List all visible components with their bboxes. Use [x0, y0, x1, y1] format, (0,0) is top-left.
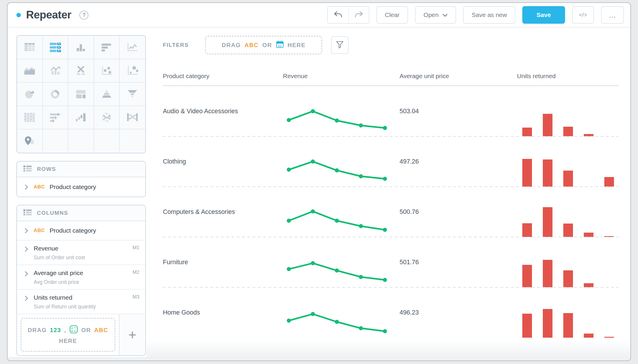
line-sparkline-chart[interactable] [284, 307, 387, 336]
chart-type-table[interactable] [17, 36, 43, 59]
line-sparkline-chart[interactable] [284, 207, 387, 236]
window-bottom-strip [8, 357, 630, 360]
metric-badge: M3 [132, 294, 139, 300]
undo-icon [333, 11, 343, 19]
list-icon [23, 165, 32, 174]
category-cell: Audio & Video Accessories [163, 86, 283, 136]
bar [522, 128, 532, 136]
rows-item-field[interactable]: ABCProduct category [17, 177, 145, 197]
filter-drop-zone[interactable]: DRAG ABC OR 31 HERE [205, 36, 322, 54]
bar [563, 224, 573, 237]
chart-type-waterfall[interactable] [68, 106, 94, 129]
bar [543, 260, 552, 287]
repeater-icon [49, 42, 62, 53]
pyramid-icon [100, 89, 113, 99]
drop-zone-text: DRAG [222, 42, 241, 49]
units-returned-bar-chart[interactable] [522, 204, 614, 237]
category-cell: Clothing [163, 136, 283, 187]
chart-type-horizontal-bar-chart[interactable] [94, 36, 120, 59]
bar [604, 177, 614, 187]
bar [522, 265, 532, 287]
help-icon[interactable]: ? [79, 11, 88, 20]
metric-label: Revenue [34, 245, 85, 252]
revenue-sparkline-cell [283, 187, 400, 237]
chart-type-funnel[interactable] [120, 83, 145, 106]
units-returned-cell [517, 86, 619, 136]
repeater-table: Product categoryRevenueAverage unit pric… [163, 67, 619, 338]
more-button[interactable]: … [601, 6, 624, 24]
metric-label: Units returned [34, 294, 96, 301]
chart-type-empty-cell [68, 129, 94, 153]
chart-type-chord-diagram[interactable] [94, 106, 120, 129]
chart-type-bar-chart[interactable] [68, 36, 94, 59]
columns-drop-row: DRAG 123 , +−×= OR ABC HERE [17, 314, 145, 355]
save-as-new-button[interactable]: Save as new [463, 6, 515, 24]
metric-badge: M2 [132, 269, 139, 275]
undo-redo-group [327, 6, 369, 24]
line-sparkline-chart[interactable] [284, 156, 387, 186]
columns-panel-header: COLUMNS [17, 205, 145, 221]
units-returned-bar-chart[interactable] [522, 255, 614, 287]
chart-type-line-chart[interactable] [120, 36, 145, 59]
chart-type-donut-chart[interactable] [43, 83, 69, 106]
redo-button[interactable] [348, 7, 369, 23]
undo-button[interactable] [328, 7, 348, 23]
bar [563, 127, 573, 136]
chart-type-bubble-chart[interactable] [120, 59, 145, 83]
table-row: Computers & Accessories500.76 [163, 187, 619, 237]
line-sparkline-chart[interactable] [284, 257, 387, 286]
funnel-icon [335, 40, 344, 50]
save-button[interactable]: Save [522, 6, 565, 24]
drop-zone-text: DRAG [28, 327, 47, 334]
topbar: Repeater ? Clear Open Save as new Save <… [8, 3, 630, 28]
table-row: Clothing497.26 [163, 136, 619, 187]
metric-sublabel: Sum of Return unit quantity [34, 304, 96, 310]
map-icon [23, 136, 36, 146]
chart-type-map[interactable] [17, 129, 43, 153]
code-button[interactable]: </> [572, 6, 594, 24]
chart-type-pyramid[interactable] [94, 83, 120, 106]
units-returned-bar-chart[interactable] [522, 305, 614, 338]
units-returned-cell [517, 237, 619, 287]
chart-type-area-chart[interactable] [17, 59, 43, 83]
chart-type-bullet-chart[interactable] [43, 106, 69, 129]
waterfall-icon [74, 112, 87, 123]
chart-type-pie-chart[interactable] [17, 83, 43, 106]
units-returned-bar-chart[interactable] [522, 154, 614, 187]
chart-type-repeater[interactable] [43, 36, 69, 59]
chart-type-treemap[interactable] [68, 83, 94, 106]
columns-item-field[interactable]: ABCProduct category [17, 221, 145, 241]
columns-item-metric[interactable]: RevenueSum of Order unit costM1 [17, 241, 145, 265]
clear-button[interactable]: Clear [376, 6, 408, 24]
svg-text:×: × [71, 329, 74, 333]
chart-type-crosstab[interactable] [68, 59, 94, 83]
chart-type-combo-chart[interactable] [43, 59, 69, 83]
metric-drop-zone[interactable]: DRAG 123 , +−×= OR ABC HERE [21, 318, 115, 352]
chart-type-empty-cell [120, 129, 145, 153]
text-field-tag: ABC [34, 184, 45, 190]
line-sparkline-chart[interactable] [284, 106, 387, 135]
units-returned-bar-chart[interactable] [522, 104, 614, 136]
add-metric-button[interactable]: + [119, 314, 145, 355]
chart-type-pivot-table[interactable] [17, 106, 43, 129]
open-button-label: Open [424, 11, 439, 18]
bullet-chart-icon [49, 112, 62, 123]
chart-type-sankey[interactable] [120, 106, 145, 129]
main-area: FILTERS DRAG ABC OR 31 HERE Prod [146, 28, 630, 358]
columns-item-metric[interactable]: Average unit priceAvg Order unit priceM2 [17, 265, 145, 290]
open-button[interactable]: Open [415, 6, 456, 24]
chord-diagram-icon [100, 112, 113, 123]
columns-item-metric[interactable]: Units returnedSum of Return unit quantit… [17, 290, 145, 314]
metric-label: Average unit price [34, 269, 83, 277]
numeric-field-tag: 123 [50, 327, 61, 334]
combo-chart-icon [49, 66, 62, 76]
chart-type-scatter-plot[interactable] [94, 59, 120, 83]
crosstab-icon [74, 66, 87, 76]
column-header: Average unit price [400, 73, 517, 80]
horizontal-bar-chart-icon [100, 42, 113, 53]
filter-button[interactable] [331, 36, 349, 54]
pivot-table-icon [23, 112, 36, 123]
column-header: Product category [163, 73, 283, 80]
status-dot-icon [16, 13, 21, 17]
bar [584, 233, 593, 237]
